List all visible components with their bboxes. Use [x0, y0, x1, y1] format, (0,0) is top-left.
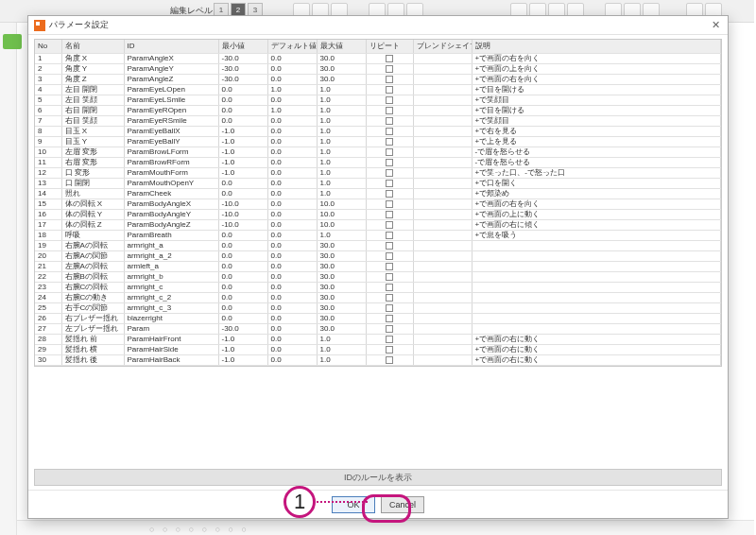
cell-blend[interactable] [413, 54, 472, 64]
cell-repeat[interactable] [366, 251, 413, 262]
cell-id[interactable]: armleft_a [124, 262, 218, 272]
cell-def[interactable]: 0.0 [267, 95, 317, 106]
cell-min[interactable]: -1.0 [218, 335, 267, 345]
cell-desc[interactable]: +で口を開く [472, 179, 721, 189]
cell-no[interactable]: 25 [35, 303, 61, 314]
cell-repeat[interactable] [366, 355, 413, 366]
repeat-checkbox[interactable] [386, 252, 393, 260]
cell-repeat[interactable] [366, 106, 413, 116]
cell-name[interactable]: 右腕Cの動き [61, 293, 124, 303]
cell-def[interactable]: 0.0 [267, 335, 317, 345]
cell-max[interactable]: 1.0 [317, 345, 366, 355]
table-row[interactable]: 28髪揺れ 前ParamHairFront-1.00.01.0+で画面の右に動く [35, 335, 721, 345]
cell-id[interactable]: armright_c_3 [124, 303, 218, 314]
table-row[interactable]: 16体の回転 YParamBodyAngleY-10.00.010.0+で画面の… [35, 210, 721, 220]
cell-id[interactable]: ParamCheek [124, 189, 218, 199]
cell-id[interactable]: ParamAngleZ [124, 75, 218, 85]
cell-repeat[interactable] [366, 64, 413, 75]
cell-desc[interactable]: +で目を開ける [472, 106, 721, 116]
cell-blend[interactable] [413, 303, 472, 314]
table-row[interactable]: 23右腕Cの回転armright_c0.00.030.0 [35, 283, 721, 293]
cell-min[interactable]: -10.0 [218, 220, 267, 231]
cell-id[interactable]: Param [124, 324, 218, 335]
cell-repeat[interactable] [366, 95, 413, 106]
cell-min[interactable]: -10.0 [218, 199, 267, 210]
table-row[interactable]: 3角度 ZParamAngleZ-30.00.030.0+で画面の右を向く [35, 75, 721, 85]
cell-id[interactable]: armright_c_2 [124, 293, 218, 303]
cell-no[interactable]: 11 [35, 158, 61, 168]
panel-tab-icon[interactable] [3, 34, 22, 49]
repeat-checkbox[interactable] [386, 336, 393, 343]
cell-max[interactable]: 1.0 [317, 335, 366, 345]
cell-id[interactable]: armright_c [124, 283, 218, 293]
cell-max[interactable]: 1.0 [317, 179, 366, 189]
cell-def[interactable]: 0.0 [267, 272, 317, 283]
cell-id[interactable]: ParamEyeBallX [124, 127, 218, 137]
cell-repeat[interactable] [366, 179, 413, 189]
col-def[interactable]: デフォルト値 [267, 40, 317, 54]
cell-repeat[interactable] [366, 147, 413, 158]
cell-no[interactable]: 24 [35, 293, 61, 303]
cell-min[interactable]: -1.0 [218, 127, 267, 137]
cell-def[interactable]: 0.0 [267, 210, 317, 220]
cell-blend[interactable] [413, 324, 472, 335]
cell-desc[interactable]: +で画面の上に動く [472, 210, 721, 220]
cell-name[interactable]: 右腕Aの関節 [61, 251, 124, 262]
repeat-checkbox[interactable] [386, 273, 393, 281]
cell-repeat[interactable] [366, 116, 413, 127]
cell-min[interactable]: -1.0 [218, 147, 267, 158]
cell-no[interactable]: 8 [35, 127, 61, 137]
cell-id[interactable]: ParamEyeROpen [124, 106, 218, 116]
cell-no[interactable]: 19 [35, 241, 61, 251]
table-row[interactable]: 20右腕Aの関節armright_a_20.00.030.0 [35, 251, 721, 262]
cell-def[interactable]: 1.0 [267, 106, 317, 116]
cell-desc[interactable]: +で笑顔目 [472, 95, 721, 106]
cell-desc[interactable]: +で上を見る [472, 137, 721, 147]
cell-def[interactable]: 0.0 [267, 355, 317, 366]
cell-min[interactable]: 0.0 [218, 95, 267, 106]
cell-repeat[interactable] [366, 283, 413, 293]
cell-max[interactable]: 30.0 [317, 293, 366, 303]
cell-no[interactable]: 17 [35, 220, 61, 231]
cell-def[interactable]: 0.0 [267, 158, 317, 168]
cell-repeat[interactable] [366, 241, 413, 251]
cell-id[interactable]: ParamMouthForm [124, 168, 218, 179]
cell-desc[interactable]: +で画面の右を向く [472, 199, 721, 210]
cell-id[interactable]: ParamEyeBallY [124, 137, 218, 147]
cell-no[interactable]: 2 [35, 64, 61, 75]
cell-name[interactable]: 右眉 変形 [61, 158, 124, 168]
ok-button[interactable]: OK [332, 496, 375, 513]
cell-max[interactable]: 30.0 [317, 251, 366, 262]
cell-max[interactable]: 30.0 [317, 75, 366, 85]
cell-repeat[interactable] [366, 293, 413, 303]
cell-desc[interactable]: +で笑った口、-で怒った口 [472, 168, 721, 179]
cell-blend[interactable] [413, 210, 472, 220]
table-row[interactable]: 14照れParamCheek0.00.01.0+で頬染め [35, 189, 721, 199]
table-row[interactable]: 24右腕Cの動きarmright_c_20.00.030.0 [35, 293, 721, 303]
cell-def[interactable]: 0.0 [267, 262, 317, 272]
cell-max[interactable]: 30.0 [317, 283, 366, 293]
repeat-checkbox[interactable] [386, 148, 393, 156]
cell-no[interactable]: 20 [35, 251, 61, 262]
cell-name[interactable]: 口 変形 [61, 168, 124, 179]
cell-blend[interactable] [413, 147, 472, 158]
cell-min[interactable]: 0.0 [218, 272, 267, 283]
cell-id[interactable]: ParamAngleX [124, 54, 218, 64]
cell-def[interactable]: 0.0 [267, 293, 317, 303]
cell-max[interactable]: 1.0 [317, 158, 366, 168]
cell-desc[interactable]: +で頬染め [472, 189, 721, 199]
cell-no[interactable]: 22 [35, 272, 61, 283]
cell-name[interactable]: 左ブレザー揺れ [61, 324, 124, 335]
cell-name[interactable]: 右腕Aの回転 [61, 241, 124, 251]
cell-id[interactable]: ParamBodyAngleY [124, 210, 218, 220]
cell-id[interactable]: ParamBrowLForm [124, 147, 218, 158]
table-row[interactable]: 2角度 YParamAngleY-30.00.030.0+で画面の上を向く [35, 64, 721, 75]
table-row[interactable]: 7右目 笑顔ParamEyeRSmile0.00.01.0+で笑顔目 [35, 116, 721, 127]
cell-blend[interactable] [413, 85, 472, 95]
cell-def[interactable]: 0.0 [267, 54, 317, 64]
cell-min[interactable]: -10.0 [218, 210, 267, 220]
cell-name[interactable]: 左眉 変形 [61, 147, 124, 158]
cell-id[interactable]: ParamBreath [124, 231, 218, 241]
cell-blend[interactable] [413, 75, 472, 85]
cancel-button[interactable]: Cancel [381, 496, 424, 513]
